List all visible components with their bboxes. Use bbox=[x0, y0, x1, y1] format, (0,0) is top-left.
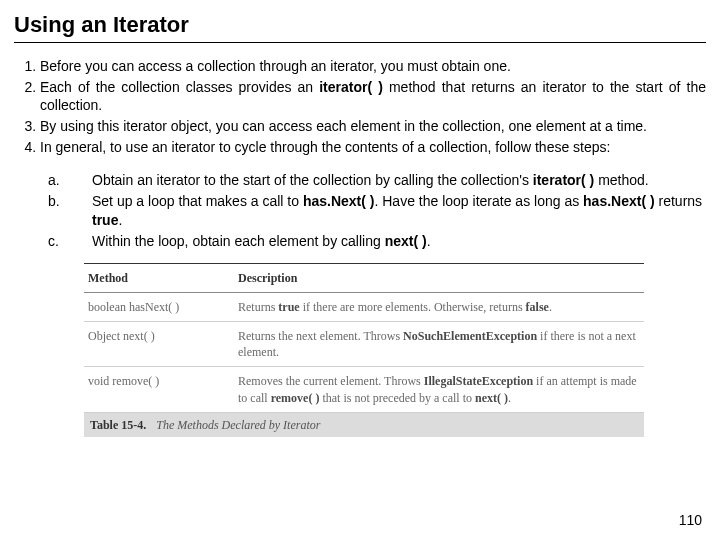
col-description: Description bbox=[238, 270, 640, 286]
code-ref: NoSuchElementException bbox=[403, 329, 537, 343]
methods-table: Method Description boolean hasNext( ) Re… bbox=[84, 263, 644, 437]
text: Removes the current element. Throws bbox=[238, 374, 424, 388]
caption-label: Table 15-4. bbox=[90, 417, 146, 433]
cell-method: boolean hasNext( ) bbox=[88, 299, 238, 315]
cell-method: Object next( ) bbox=[88, 328, 238, 360]
table-row: void remove( ) Removes the current eleme… bbox=[84, 367, 644, 412]
text: Returns bbox=[238, 300, 278, 314]
sub-item: Obtain an iterator to the start of the c… bbox=[92, 171, 706, 190]
text: Returns the next element. Throws bbox=[238, 329, 403, 343]
list-item: Before you can access a collection throu… bbox=[40, 57, 706, 76]
text: . Have the loop iterate as long as bbox=[374, 193, 583, 209]
text: method. bbox=[594, 172, 648, 188]
sub-item: Set up a loop that makes a call to has.N… bbox=[92, 192, 706, 230]
sub-marker: a. bbox=[48, 171, 72, 190]
table-caption: Table 15-4. The Methods Declared by Iter… bbox=[84, 413, 644, 437]
list-item: By using this iterator object, you can a… bbox=[40, 117, 706, 136]
text: Each of the collection classes provides … bbox=[40, 79, 319, 95]
col-method: Method bbox=[88, 270, 238, 286]
table-header: Method Description bbox=[84, 264, 644, 293]
text: . bbox=[118, 212, 122, 228]
caption-text: The Methods Declared by Iterator bbox=[156, 417, 320, 433]
text: if there are more elements. Otherwise, r… bbox=[300, 300, 526, 314]
sub-item: Within the loop, obtain each element by … bbox=[92, 232, 706, 251]
text: By using this iterator object, you can a… bbox=[40, 118, 647, 134]
text: . bbox=[549, 300, 552, 314]
text: In general, to use an iterator to cycle … bbox=[40, 139, 610, 155]
page-title: Using an Iterator bbox=[14, 10, 706, 43]
code-ref: has.Next( ) bbox=[583, 193, 655, 209]
code-ref: iterator( ) bbox=[319, 79, 383, 95]
cell-method: void remove( ) bbox=[88, 373, 238, 405]
list-item: Each of the collection classes provides … bbox=[40, 78, 706, 116]
sub-marker: b. bbox=[48, 192, 72, 230]
cell-description: Returns the next element. Throws NoSuchE… bbox=[238, 328, 640, 360]
numbered-list: Before you can access a collection throu… bbox=[14, 57, 706, 157]
cell-description: Removes the current element. Throws Ille… bbox=[238, 373, 640, 405]
code-ref: iterator( ) bbox=[533, 172, 594, 188]
text: that is not preceded by a call to bbox=[319, 391, 475, 405]
code-ref: has.Next( ) bbox=[303, 193, 375, 209]
cell-description: Returns true if there are more elements.… bbox=[238, 299, 640, 315]
text: Set up a loop that makes a call to bbox=[92, 193, 303, 209]
code-ref: true bbox=[278, 300, 299, 314]
code-ref: IllegalStateException bbox=[424, 374, 533, 388]
text: returns bbox=[655, 193, 702, 209]
code-ref: true bbox=[92, 212, 118, 228]
code-ref: false bbox=[526, 300, 549, 314]
text: . bbox=[427, 233, 431, 249]
code-ref: next( ) bbox=[385, 233, 427, 249]
text: Before you can access a collection throu… bbox=[40, 58, 511, 74]
sub-marker: c. bbox=[48, 232, 72, 251]
text: Obtain an iterator to the start of the c… bbox=[92, 172, 533, 188]
code-ref: next( ) bbox=[475, 391, 508, 405]
table-row: boolean hasNext( ) Returns true if there… bbox=[84, 293, 644, 322]
table-row: Object next( ) Returns the next element.… bbox=[84, 322, 644, 367]
text: . bbox=[508, 391, 511, 405]
list-item: In general, to use an iterator to cycle … bbox=[40, 138, 706, 157]
code-ref: remove( ) bbox=[271, 391, 320, 405]
caption-italic: The Methods Declared by Iterator bbox=[156, 418, 320, 432]
text: Within the loop, obtain each element by … bbox=[92, 233, 385, 249]
sub-list: a. Obtain an iterator to the start of th… bbox=[48, 171, 706, 251]
